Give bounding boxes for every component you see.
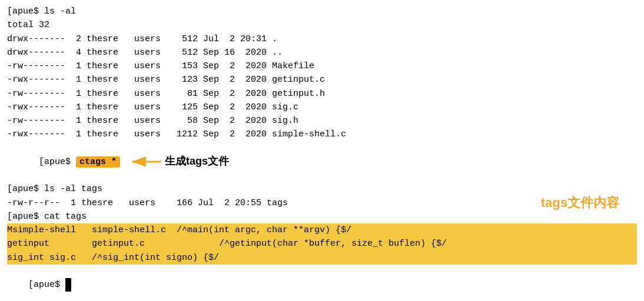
ls-tags-output-line: -rw-r--r-- 1 thesre users 166 Jul 2 20:5… — [7, 196, 288, 210]
tag-content-line-2: getinput getinput.c /^getinput(char *buf… — [7, 237, 637, 250]
file-sig-h: -rw-------- 1 thesre users 58 Sep 2 2020… — [7, 114, 637, 128]
arrow-annotation: 生成tags文件 — [125, 153, 229, 170]
tag-content-line-1: Msimple-shell simple-shell.c /^main(int … — [7, 223, 637, 237]
ls-tags-output-row: -rw-r--r-- 1 thesre users 166 Jul 2 20:5… — [7, 196, 637, 210]
tag-content-line-3: sig_int sig.c /^sig_int(int signo) {$/ — [7, 251, 637, 265]
tags-content-label: tags文件内容 — [541, 193, 619, 213]
file-simple-shell: -rwx------- 1 thesre users 1212 Sep 2 20… — [7, 128, 637, 141]
file-getinput-c: -rwx------- 1 thesre users 123 Sep 2 202… — [7, 73, 637, 86]
ls-command-line: [apue$ ls -al — [7, 5, 637, 18]
ctags-command-line: [apue$ ctags * — [7, 142, 120, 183]
ctags-command-highlighted: ctags * — [76, 156, 120, 168]
ctags-annotation-text: 生成tags文件 — [165, 153, 229, 170]
final-prompt-text: [apue$ — [28, 280, 65, 290]
dir-entry-2: drwx------- 4 thesre users 512 Sep 16 20… — [7, 46, 637, 59]
file-makefile: -rw-------- 1 thesre users 153 Sep 2 202… — [7, 59, 637, 73]
ctags-annotation-row: [apue$ ctags * 生成tags文件 — [7, 142, 637, 183]
file-sig-c: -rwx------- 1 thesre users 125 Sep 2 202… — [7, 101, 637, 114]
cursor — [65, 278, 71, 292]
file-getinput-h: -rw-------- 1 thesre users 81 Sep 2 2020… — [7, 87, 637, 101]
terminal-window: [apue$ ls -al total 32 drwx------- 2 the… — [7, 5, 637, 301]
final-prompt-line: [apue$ — [7, 265, 637, 301]
arrow-icon — [127, 155, 162, 169]
dir-entry-1: drwx------- 2 thesre users 512 Jul 2 20:… — [7, 32, 637, 46]
total-line: total 32 — [7, 18, 637, 32]
ctags-prompt: [apue$ — [39, 157, 76, 167]
